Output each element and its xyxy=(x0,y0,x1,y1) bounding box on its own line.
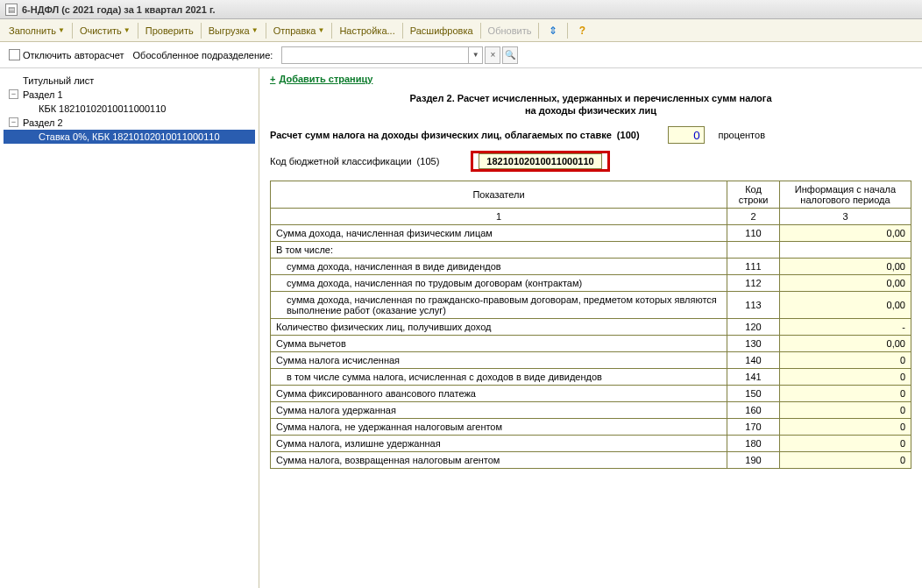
separator xyxy=(538,23,539,39)
kbk-label: Код бюджетной классификации xyxy=(270,156,412,166)
table-row: Сумма налога, возвращенная налоговым аге… xyxy=(271,452,911,469)
row-value[interactable]: 0,00 xyxy=(780,275,911,292)
colnum-2: 2 xyxy=(727,209,780,225)
header-period-info: Информация с начала налогового периода xyxy=(780,181,911,209)
chevron-down-icon: ▼ xyxy=(124,26,131,34)
section-title: Раздел 2. Расчет исчисленных, удержанных… xyxy=(270,93,911,103)
table-row: сумма дохода, начисленная в виде дивиден… xyxy=(271,259,911,275)
disable-autocalc-checkbox[interactable]: Отключить авторасчет xyxy=(9,49,124,60)
disable-autocalc-label: Отключить авторасчет xyxy=(23,50,124,60)
row-label: В том числе: xyxy=(271,242,727,259)
row-code: 180 xyxy=(727,436,780,452)
refresh-button[interactable]: Обновить xyxy=(483,23,537,39)
table-row: Сумма дохода, начисленная физическим лиц… xyxy=(271,225,911,242)
fill-button[interactable]: Заполнить▼ xyxy=(4,23,70,39)
row-value[interactable]: 0 xyxy=(780,436,911,452)
row-label: Сумма налога исчисленная xyxy=(271,352,727,369)
row-value[interactable]: 0,00 xyxy=(780,259,911,275)
row-value[interactable]: 0 xyxy=(780,386,911,402)
kbk-value-box[interactable]: 18210102010011000110 xyxy=(479,153,601,169)
clear-label: Очистить xyxy=(80,25,122,36)
row-value[interactable]: 0 xyxy=(780,352,911,369)
kbk-code: (105) xyxy=(417,156,440,166)
row-code: 111 xyxy=(727,259,780,275)
export-button[interactable]: Выгрузка▼ xyxy=(203,23,264,39)
separator xyxy=(201,23,202,39)
window-titlebar: ▤ 6-НДФЛ (с 2021 года) за 1 квартал 2021… xyxy=(0,0,922,19)
collapse-button[interactable]: ⇕ xyxy=(541,21,565,40)
row-value[interactable]: 0 xyxy=(780,419,911,436)
subdivision-label: Обособленное подразделение: xyxy=(133,50,273,60)
row-code: 190 xyxy=(727,452,780,469)
fill-label: Заполнить xyxy=(9,25,56,36)
body-area: Титульный лист − Раздел 1 КБК 1821010201… xyxy=(0,68,922,588)
separator xyxy=(402,23,403,39)
settings-button[interactable]: Настройка... xyxy=(334,23,400,39)
row-label: Сумма налога удержанная xyxy=(271,402,727,419)
row-label: Сумма налога, не удержанная налоговым аг… xyxy=(271,419,727,436)
send-label: Отправка xyxy=(273,25,316,36)
tree-item-section1-kbk[interactable]: КБК 18210102010011000110 xyxy=(4,102,255,116)
tree-item-section2[interactable]: − Раздел 2 xyxy=(4,116,255,130)
separator xyxy=(266,23,266,39)
table-row: Сумма налога исчисленная1400 xyxy=(271,352,911,369)
clear-subdivision-button[interactable]: × xyxy=(485,46,500,64)
separator xyxy=(331,23,332,39)
table-row: в том числе сумма налога, исчисленная с … xyxy=(271,369,911,386)
separator xyxy=(138,23,138,39)
table-row: Сумма вычетов1300,00 xyxy=(271,336,911,352)
row-label: в том числе сумма налога, исчисленная с … xyxy=(271,369,727,386)
send-button[interactable]: Отправка▼ xyxy=(268,23,330,39)
tree-item-title-page[interactable]: Титульный лист xyxy=(4,74,255,88)
close-icon: × xyxy=(490,50,495,60)
row-code xyxy=(727,242,780,259)
rate-input[interactable] xyxy=(668,126,705,144)
tree-item-section1[interactable]: − Раздел 1 xyxy=(4,88,255,102)
clear-button[interactable]: Очистить▼ xyxy=(74,23,136,39)
row-value[interactable]: 0,00 xyxy=(780,336,911,352)
subdivision-select[interactable]: ▼ xyxy=(281,46,483,64)
row-code: 150 xyxy=(727,386,780,402)
table-colnum-row: 1 2 3 xyxy=(271,209,911,225)
settings-label: Настройка... xyxy=(339,25,394,36)
row-label: Количество физических лиц, получивших до… xyxy=(271,319,727,336)
tree-label: Ставка 0%, КБК 18210102010011000110 xyxy=(39,131,220,142)
rate-row: Расчет сумм налога на доходы физических … xyxy=(270,126,911,144)
separator xyxy=(480,23,481,39)
row-code: 130 xyxy=(727,336,780,352)
row-label: сумма дохода, начисленная в виде дивиден… xyxy=(271,259,727,275)
tree-label: Раздел 1 xyxy=(23,89,63,100)
row-value[interactable]: 0 xyxy=(780,402,911,419)
row-code: 160 xyxy=(727,402,780,419)
table-row: сумма дохода, начисленная по гражданско-… xyxy=(271,292,911,319)
chevron-down-icon: ▼ xyxy=(317,26,324,34)
row-value[interactable]: 0,00 xyxy=(780,225,911,242)
tree-item-section2-rate[interactable]: Ставка 0%, КБК 18210102010011000110 xyxy=(4,130,255,144)
kbk-row: Код бюджетной классификации (105) 182101… xyxy=(270,151,911,172)
colnum-3: 3 xyxy=(780,209,911,225)
row-value[interactable]: 0 xyxy=(780,369,911,386)
row-value[interactable]: 0 xyxy=(780,452,911,469)
refresh-label: Обновить xyxy=(488,25,532,36)
help-button[interactable]: ? xyxy=(570,21,594,40)
rate-label: Расчет сумм налога на доходы физических … xyxy=(270,130,612,140)
add-page-link[interactable]: + Добавить страницу xyxy=(270,74,911,84)
row-value[interactable]: 0,00 xyxy=(780,292,911,319)
main-content: + Добавить страницу Раздел 2. Расчет исч… xyxy=(259,68,922,588)
check-label: Проверить xyxy=(145,25,194,36)
section-subtitle: на доходы физических лиц xyxy=(270,105,911,116)
decode-button[interactable]: Расшифровка xyxy=(405,23,479,39)
collapse-icon[interactable]: − xyxy=(9,89,18,99)
plus-icon: + xyxy=(270,74,275,84)
search-subdivision-button[interactable]: 🔍 xyxy=(502,46,518,64)
table-row: Сумма налога, излишне удержанная1800 xyxy=(271,436,911,452)
row-value[interactable]: - xyxy=(780,319,911,336)
check-button[interactable]: Проверить xyxy=(140,23,199,39)
table-row: Сумма налога, не удержанная налоговым аг… xyxy=(271,419,911,436)
separator xyxy=(567,23,568,39)
kbk-highlight: 18210102010011000110 xyxy=(471,151,609,172)
checkbox-icon xyxy=(9,49,20,60)
row-label: Сумма налога, излишне удержанная xyxy=(271,436,727,452)
table-row: сумма дохода, начисленная по трудовым до… xyxy=(271,275,911,292)
collapse-icon[interactable]: − xyxy=(9,117,18,127)
